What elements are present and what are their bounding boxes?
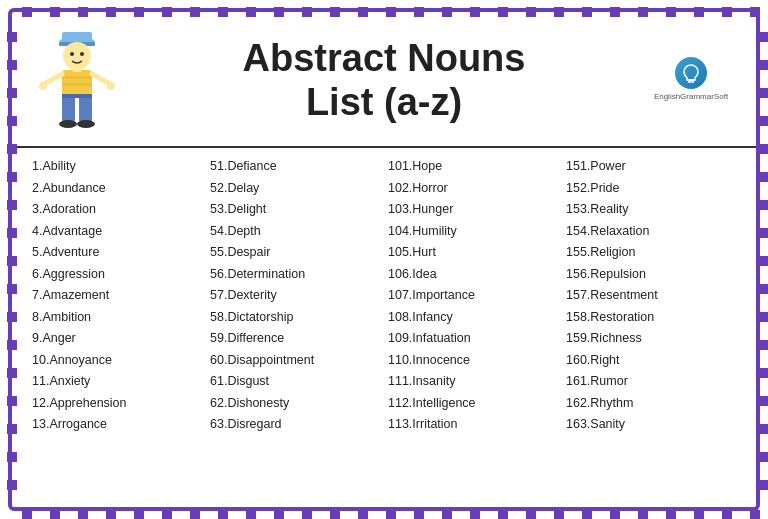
border-square: [386, 510, 396, 519]
border-square: [759, 284, 768, 294]
list-item: 54.Depth: [210, 221, 380, 243]
border-square: [759, 144, 768, 154]
list-item: 2.Abundance: [32, 178, 202, 200]
list-item: 110.Innocence: [388, 350, 558, 372]
border-square: [582, 7, 592, 17]
border-square: [7, 368, 17, 378]
border-square: [190, 510, 200, 519]
list-item: 56.Determination: [210, 264, 380, 286]
list-item: 111.Insanity: [388, 371, 558, 393]
svg-rect-16: [62, 94, 92, 98]
border-square: [246, 7, 256, 17]
header: Abstract Nouns List (a-z) EnglishGrammar…: [12, 12, 756, 148]
list-item: 13.Arrogance: [32, 414, 202, 436]
border-square: [7, 284, 17, 294]
list-item: 57.Dexterity: [210, 285, 380, 307]
logo-icon: [675, 57, 707, 89]
list-item: 3.Adoration: [32, 199, 202, 221]
list-item: 112.Intelligence: [388, 393, 558, 415]
border-square: [582, 510, 592, 519]
list-item: 113.Irritation: [388, 414, 558, 436]
border-square: [610, 510, 620, 519]
border-square: [759, 60, 768, 70]
list-item: 10.Annoyance: [32, 350, 202, 372]
svg-point-3: [63, 42, 91, 70]
border-square: [190, 7, 200, 17]
list-item: 7.Amazement: [32, 285, 202, 307]
border-square: [22, 7, 32, 17]
list-item: 62.Dishonesty: [210, 393, 380, 415]
border-square: [330, 510, 340, 519]
border-square: [750, 510, 760, 519]
list-item: 8.Ambition: [32, 307, 202, 329]
list-item: 106.Idea: [388, 264, 558, 286]
border-square: [7, 60, 17, 70]
border-square: [78, 510, 88, 519]
border-square: [7, 88, 17, 98]
list-item: 158.Restoration: [566, 307, 736, 329]
border-square: [554, 510, 564, 519]
list-item: 156.Repulsion: [566, 264, 736, 286]
svg-point-12: [39, 82, 47, 90]
logo-text: EnglishGrammarSoft: [654, 92, 728, 102]
column-3: 101.Hope102.Horror103.Hunger104.Humility…: [384, 156, 562, 436]
border-square: [246, 510, 256, 519]
svg-rect-6: [62, 70, 92, 95]
border-square: [759, 424, 768, 434]
svg-point-5: [80, 52, 84, 56]
border-square: [358, 7, 368, 17]
svg-rect-15: [79, 94, 92, 122]
svg-rect-8: [62, 83, 92, 86]
border-square: [7, 228, 17, 238]
svg-rect-14: [62, 94, 75, 122]
border-square: [7, 256, 17, 266]
list-item: 12.Apprehension: [32, 393, 202, 415]
border-square: [7, 396, 17, 406]
character-illustration: [32, 24, 122, 138]
border-square: [759, 312, 768, 322]
list-item: 11.Anxiety: [32, 371, 202, 393]
border-square: [666, 7, 676, 17]
border-square: [759, 88, 768, 98]
border-square: [274, 7, 284, 17]
border-square: [162, 510, 172, 519]
list-item: 155.Religion: [566, 242, 736, 264]
list-item: 5.Adventure: [32, 242, 202, 264]
list-item: 55.Despair: [210, 242, 380, 264]
list-item: 53.Delight: [210, 199, 380, 221]
border-square: [610, 7, 620, 17]
border-square: [638, 7, 648, 17]
border-square: [759, 368, 768, 378]
list-item: 153.Reality: [566, 199, 736, 221]
border-square: [274, 510, 284, 519]
list-item: 161.Rumor: [566, 371, 736, 393]
border-square: [759, 228, 768, 238]
list-item: 163.Sanity: [566, 414, 736, 436]
list-item: 102.Horror: [388, 178, 558, 200]
border-square: [442, 510, 452, 519]
border-square: [498, 7, 508, 17]
list-item: 60.Disappointment: [210, 350, 380, 372]
list-item: 61.Disgust: [210, 371, 380, 393]
list-item: 104.Humility: [388, 221, 558, 243]
border-square: [50, 7, 60, 17]
border-square: [759, 200, 768, 210]
page-title-area: Abstract Nouns List (a-z): [122, 37, 646, 124]
border-square: [470, 510, 480, 519]
list-item: 159.Richness: [566, 328, 736, 350]
border-square: [750, 7, 760, 17]
border-square: [759, 452, 768, 462]
list-item: 58.Dictatorship: [210, 307, 380, 329]
list-item: 152.Pride: [566, 178, 736, 200]
column-1: 1.Ability2.Abundance3.Adoration4.Advanta…: [28, 156, 206, 436]
border-square: [7, 340, 17, 350]
border-square: [330, 7, 340, 17]
border-square: [722, 510, 732, 519]
border-square: [218, 510, 228, 519]
main-container: // Will be rendered via JS below: [8, 8, 760, 511]
border-square: [759, 340, 768, 350]
border-square: [759, 480, 768, 490]
list-item: 51.Defiance: [210, 156, 380, 178]
border-square: [7, 116, 17, 126]
border-square: [759, 172, 768, 182]
